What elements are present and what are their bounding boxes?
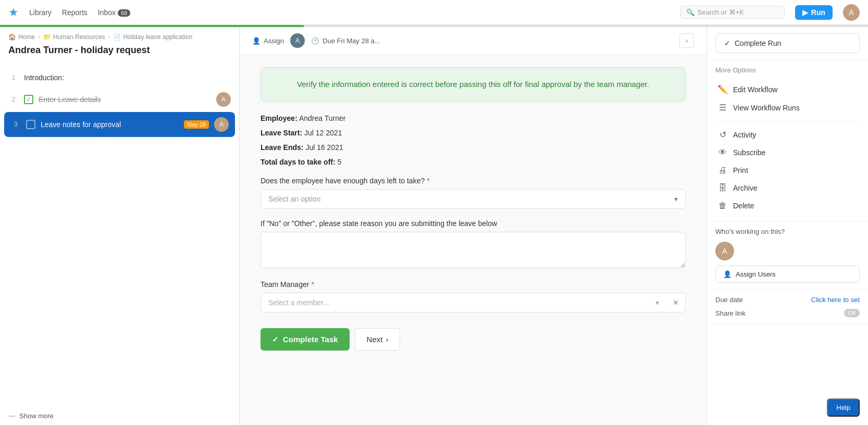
breadcrumb-section[interactable]: 📁 Human Resources xyxy=(43,33,105,41)
menu-view-workflow-runs[interactable]: ☰ View Workflow Runs xyxy=(715,98,860,117)
user-plus-icon: 👤 xyxy=(723,270,731,278)
top-nav: ★ Library Reports Inbox68 🔍 Search or ⌘+… xyxy=(0,0,868,25)
archive-icon: 🗄 xyxy=(717,183,728,193)
folder-icon: 📁 xyxy=(43,33,51,41)
search-placeholder: Search or ⌘+K xyxy=(698,8,744,16)
required-star-1: * xyxy=(427,177,429,185)
activity-icon: ↺ xyxy=(717,130,728,140)
run-play-icon: ▶ xyxy=(802,8,808,17)
print-icon: 🖨 xyxy=(717,166,728,175)
center-content: 👤 Assign A 🕐 Due Fri May 28 a... › Verif… xyxy=(240,27,706,425)
search-icon: 🔍 xyxy=(686,8,695,16)
team-manager-section: Team Manager * Select a member... ▾ ✕ xyxy=(261,280,686,312)
top-bar: 👤 Assign A 🕐 Due Fri May 28 a... › xyxy=(240,27,706,55)
main-layout: 🏠 Home › 📁 Human Resources › 📄 Holiday l… xyxy=(0,27,868,425)
team-manager-label: Team Manager * xyxy=(261,280,686,289)
menu-archive[interactable]: 🗄 Archive xyxy=(715,179,860,197)
due-date-row: Due date Click here to set xyxy=(715,296,860,304)
total-days-row: Total days to take off: 5 xyxy=(261,158,686,166)
step-3-label: Leave notes for approval xyxy=(41,120,121,129)
reason-textarea[interactable] xyxy=(261,232,686,268)
member-clear-button[interactable]: ✕ xyxy=(666,293,686,312)
check-icon: ✓ xyxy=(26,96,31,103)
question-label: Does the employee have enough days left … xyxy=(261,177,686,185)
complete-run-check-icon: ✓ xyxy=(724,39,730,47)
due-date-link[interactable]: Click here to set xyxy=(811,296,860,304)
assign-button[interactable]: 👤 Assign xyxy=(252,37,284,45)
clock-icon: 🕐 xyxy=(311,37,319,45)
step-2[interactable]: 2 ✓ Enter Leave details A xyxy=(0,87,239,112)
breadcrumb: 🏠 Home › 📁 Human Resources › 📄 Holiday l… xyxy=(0,27,239,45)
logo-icon: ★ xyxy=(8,6,19,19)
nav-library[interactable]: Library xyxy=(29,8,52,17)
info-banner: Verify the information entered is correc… xyxy=(261,67,686,102)
step-3-badge: May 28 xyxy=(184,120,209,129)
breadcrumb-page[interactable]: 📄 Holiday leave application xyxy=(113,33,192,41)
step-2-label: Enter Leave details xyxy=(39,95,101,104)
form-area: Verify the information entered is correc… xyxy=(240,55,706,425)
more-options-title: More Options xyxy=(715,66,860,74)
step-3-number: 3 xyxy=(10,121,21,128)
working-section: Who's working on this? A 👤 Assign Users xyxy=(707,221,868,290)
complete-run-button[interactable]: ✓ Complete Run xyxy=(715,33,860,53)
member-chevron-icon: ▾ xyxy=(655,298,659,307)
step-2-content: Enter Leave details xyxy=(39,95,211,104)
step-1[interactable]: 1 Introduction: xyxy=(0,68,239,87)
worker-avatar: A xyxy=(715,242,734,260)
doc-icon: 📄 xyxy=(113,33,121,41)
required-star-2: * xyxy=(311,280,314,289)
nav-reports[interactable]: Reports xyxy=(62,8,88,17)
menu-print[interactable]: 🖨 Print xyxy=(715,161,860,179)
complete-run-section: ✓ Complete Run xyxy=(707,27,868,60)
assign-avatar: A xyxy=(290,33,305,48)
leave-start-row: Leave Start: Jul 12 2021 xyxy=(261,129,686,137)
step-3-content: Leave notes for approval xyxy=(41,120,179,129)
share-label: Share link xyxy=(715,309,746,317)
question-section: Does the employee have enough days left … xyxy=(261,177,686,209)
collapse-button[interactable]: › xyxy=(679,33,694,48)
next-arrow-icon: › xyxy=(386,335,388,344)
step-1-number: 1 xyxy=(8,74,19,81)
menu-edit-workflow[interactable]: ✏️ Edit Workflow xyxy=(715,80,860,98)
leave-ends-row: Leave Ends: Jul 16 2021 xyxy=(261,143,686,152)
step-1-label: Introduction: xyxy=(24,73,64,82)
working-title: Who's working on this? xyxy=(715,228,860,235)
share-row: Share link Off xyxy=(715,309,860,317)
menu-delete[interactable]: 🗑 Delete xyxy=(715,197,860,215)
reason-section: If "No" or "Other", please state reason … xyxy=(261,219,686,270)
step-2-avatar: A xyxy=(216,92,231,107)
share-toggle[interactable]: Off xyxy=(844,309,860,317)
option-select-wrapper: Select an option ▾ xyxy=(261,189,686,209)
step-3-avatar: A xyxy=(214,117,229,132)
step-2-number: 2 xyxy=(8,96,19,103)
menu-subscribe[interactable]: 👁 Subscribe xyxy=(715,144,860,161)
nav-inbox[interactable]: Inbox68 xyxy=(98,8,131,17)
chevron-down-icon: ▾ xyxy=(674,195,678,203)
home-icon: 🏠 xyxy=(8,33,16,41)
member-input[interactable]: Select a member... ▾ xyxy=(261,293,666,312)
delete-icon: 🗑 xyxy=(717,201,728,210)
edit-icon: ✏️ xyxy=(717,84,728,94)
breadcrumb-home[interactable]: 🏠 Home xyxy=(8,33,35,41)
page-title: Andrea Turner - holiday request xyxy=(0,45,239,64)
user-avatar[interactable]: A xyxy=(843,4,860,21)
option-select[interactable]: Select an option ▾ xyxy=(261,189,686,209)
step-2-checkbox: ✓ xyxy=(24,95,33,104)
next-button[interactable]: Next › xyxy=(355,328,401,351)
menu-activity[interactable]: ↺ Activity xyxy=(715,126,860,144)
step-3[interactable]: 3 Leave notes for approval May 28 A xyxy=(4,112,235,137)
due-date-section: Due date Click here to set Share link Of… xyxy=(707,290,868,324)
search-bar[interactable]: 🔍 Search or ⌘+K xyxy=(680,6,785,19)
complete-task-button[interactable]: ✓ Complete Task xyxy=(261,328,350,351)
step-1-content: Introduction: xyxy=(24,73,231,82)
table-icon: ☰ xyxy=(717,103,728,113)
show-more[interactable]: ⋯ Show more xyxy=(0,407,239,425)
eye-icon: 👁 xyxy=(717,148,728,157)
employee-row: Employee: Andrea Turner xyxy=(261,114,686,122)
checkmark-icon: ✓ xyxy=(272,335,279,344)
help-button[interactable]: Help xyxy=(827,398,860,417)
assign-users-button[interactable]: 👤 Assign Users xyxy=(715,266,860,283)
run-button[interactable]: ▶ Run xyxy=(795,5,833,20)
inbox-badge: 68 xyxy=(118,9,130,17)
action-buttons: ✓ Complete Task Next › xyxy=(261,328,686,351)
